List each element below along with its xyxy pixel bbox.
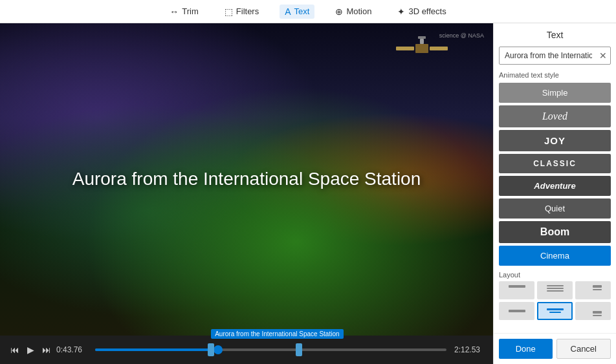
svg-rect-10	[593, 289, 602, 290]
video-preview: science @ NASA Aurora from the Internati…	[0, 23, 493, 336]
done-button[interactable]: Done	[499, 339, 553, 359]
text-input-container: ✕	[499, 47, 611, 65]
toolbar-item-3deffects[interactable]: ✦ 3D effects	[392, 5, 451, 19]
clip-label: Aurora from the International Space Stat…	[211, 329, 343, 339]
total-time: 2:12.53	[454, 345, 485, 354]
svg-rect-5	[509, 285, 525, 288]
cancel-button[interactable]: Cancel	[556, 339, 611, 359]
layout-label: Layout	[494, 267, 616, 281]
style-button-adventure[interactable]: Adventure	[499, 176, 611, 196]
step-forward-button[interactable]: ⏭	[39, 343, 54, 356]
toolbar-item-text[interactable]: A Text	[280, 5, 314, 19]
style-button-simple[interactable]: Simple	[499, 83, 611, 103]
toolbar-filters-label: Filters	[236, 6, 259, 16]
animated-text-style-label: Animated text style	[494, 67, 616, 81]
svg-rect-7	[547, 288, 564, 289]
svg-rect-15	[593, 315, 602, 316]
motion-icon: ⊕	[335, 6, 343, 17]
toolbar: ↔ Trim ⬚ Filters A Text ⊕ Motion ✦ 3D ef…	[0, 0, 616, 23]
svg-rect-9	[593, 285, 602, 288]
svg-rect-3	[420, 39, 424, 44]
toolbar-3deffects-label: 3D effects	[408, 6, 446, 16]
svg-rect-1	[396, 47, 414, 50]
layout-option-5[interactable]	[575, 302, 611, 320]
toolbar-trim-label: Trim	[182, 6, 199, 16]
svg-rect-2	[430, 47, 448, 50]
layout-option-0[interactable]	[499, 281, 534, 299]
step-back-button[interactable]: ⏮	[8, 343, 22, 356]
text-input[interactable]	[499, 47, 611, 65]
panel-title: Text	[494, 23, 616, 44]
svg-rect-12	[547, 308, 564, 310]
style-button-boom[interactable]: Boom	[499, 221, 611, 243]
toolbar-motion-label: Motion	[346, 6, 371, 16]
svg-rect-11	[509, 310, 525, 312]
layout-grid	[494, 281, 616, 324]
layout-option-2[interactable]	[575, 281, 611, 299]
svg-rect-6	[547, 285, 564, 286]
playhead-thumb[interactable]	[214, 345, 223, 354]
clip-handle-right[interactable]	[296, 343, 302, 356]
track-fill	[95, 348, 218, 351]
current-time: 0:43.76	[56, 345, 87, 354]
text-icon: A	[285, 6, 291, 17]
toolbar-text-label: Text	[294, 6, 310, 16]
editor-area: science @ NASA Aurora from the Internati…	[0, 23, 493, 364]
panel-footer: Done Cancel	[494, 333, 616, 364]
toolbar-item-trim[interactable]: ↔ Trim	[164, 5, 204, 19]
timeline-area: ⏮ ▶ ⏭ 0:43.76 Aurora from the Internatio…	[0, 336, 493, 364]
toolbar-item-filters[interactable]: ⬚ Filters	[219, 5, 264, 19]
style-button-classic[interactable]: CLASSIC	[499, 154, 611, 173]
playback-controls: ⏮ ▶ ⏭ 0:43.76 Aurora from the Internatio…	[8, 341, 485, 359]
play-button[interactable]: ▶	[25, 343, 37, 356]
style-button-cinema[interactable]: Cinema	[499, 246, 611, 266]
science-badge: science @ NASA	[439, 32, 484, 39]
filters-icon: ⬚	[225, 6, 233, 17]
main-area: science @ NASA Aurora from the Internati…	[0, 23, 616, 364]
svg-rect-0	[415, 44, 428, 53]
svg-rect-4	[418, 36, 426, 39]
svg-rect-13	[549, 312, 561, 313]
clip-handle-left[interactable]	[208, 343, 214, 356]
svg-rect-14	[593, 311, 602, 314]
layout-option-3[interactable]	[499, 302, 534, 320]
timeline-track[interactable]: Aurora from the International Space Stat…	[95, 341, 446, 359]
toolbar-item-motion[interactable]: ⊕ Motion	[330, 5, 377, 19]
text-input-clear-button[interactable]: ✕	[599, 50, 607, 61]
trim-icon: ↔	[170, 6, 179, 17]
layout-option-4[interactable]	[537, 302, 573, 320]
video-overlay-text: Aurora from the International Space Stat…	[60, 155, 434, 204]
style-button-quiet[interactable]: Quiet	[499, 198, 611, 219]
layout-option-1[interactable]	[537, 281, 573, 299]
right-panel: Text ✕ Animated text style Simple Loved …	[493, 23, 616, 364]
style-button-loved[interactable]: Loved	[499, 105, 611, 127]
3deffects-icon: ✦	[397, 6, 405, 17]
svg-rect-8	[547, 290, 564, 292]
style-button-joy[interactable]: JOY	[499, 130, 611, 151]
